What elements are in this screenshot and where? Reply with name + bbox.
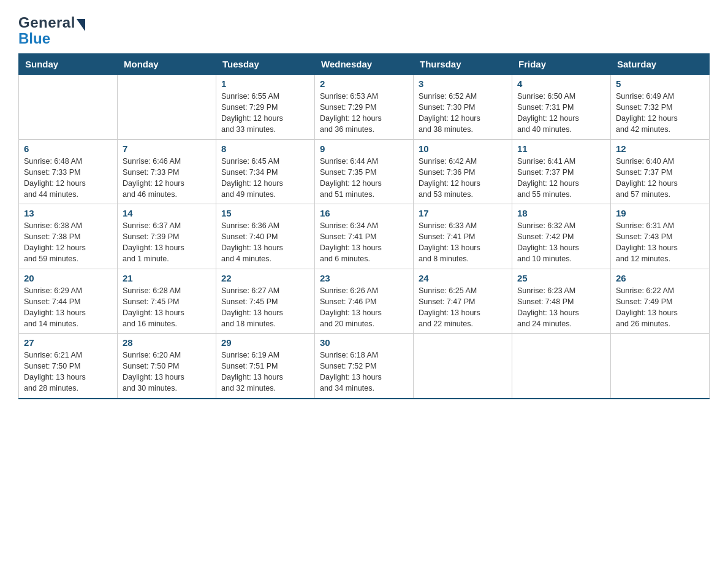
table-row: 19Sunrise: 6:31 AM Sunset: 7:43 PM Dayli… — [611, 204, 710, 269]
day-number: 25 — [517, 273, 605, 283]
day-info: Sunrise: 6:42 AM Sunset: 7:36 PM Dayligh… — [419, 156, 507, 201]
table-row: 9Sunrise: 6:44 AM Sunset: 7:35 PM Daylig… — [315, 139, 414, 204]
logo-blue-word: Blue — [18, 30, 50, 47]
day-info: Sunrise: 6:53 AM Sunset: 7:29 PM Dayligh… — [320, 91, 408, 136]
day-number: 5 — [616, 79, 704, 89]
day-number: 4 — [517, 79, 605, 89]
weekday-header-saturday: Saturday — [611, 54, 710, 75]
day-number: 30 — [320, 337, 408, 348]
table-row: 17Sunrise: 6:33 AM Sunset: 7:41 PM Dayli… — [414, 204, 512, 269]
table-row: 12Sunrise: 6:40 AM Sunset: 7:37 PM Dayli… — [611, 139, 710, 204]
logo-combined: General — [18, 15, 85, 30]
day-info: Sunrise: 6:41 AM Sunset: 7:37 PM Dayligh… — [517, 156, 605, 201]
day-number: 12 — [616, 144, 704, 154]
logo-triangle-icon — [77, 19, 85, 31]
week-row-2: 6Sunrise: 6:48 AM Sunset: 7:33 PM Daylig… — [19, 139, 710, 204]
day-number: 16 — [320, 208, 408, 218]
logo-blue-line: Blue — [18, 30, 50, 47]
day-number: 3 — [419, 79, 507, 89]
table-row — [611, 334, 710, 399]
table-row: 4Sunrise: 6:50 AM Sunset: 7:31 PM Daylig… — [512, 75, 611, 140]
table-row: 1Sunrise: 6:55 AM Sunset: 7:29 PM Daylig… — [216, 75, 315, 140]
weekday-header-tuesday: Tuesday — [216, 54, 315, 75]
logo: General Blue — [18, 12, 85, 47]
table-row: 23Sunrise: 6:26 AM Sunset: 7:46 PM Dayli… — [315, 269, 414, 334]
day-info: Sunrise: 6:48 AM Sunset: 7:33 PM Dayligh… — [24, 156, 112, 201]
day-number: 17 — [419, 208, 507, 218]
table-row: 26Sunrise: 6:22 AM Sunset: 7:49 PM Dayli… — [611, 269, 710, 334]
calendar-header: SundayMondayTuesdayWednesdayThursdayFrid… — [19, 54, 710, 75]
day-info: Sunrise: 6:55 AM Sunset: 7:29 PM Dayligh… — [221, 91, 309, 136]
day-info: Sunrise: 6:27 AM Sunset: 7:45 PM Dayligh… — [221, 285, 309, 330]
table-row: 5Sunrise: 6:49 AM Sunset: 7:32 PM Daylig… — [611, 75, 710, 140]
week-row-3: 13Sunrise: 6:38 AM Sunset: 7:38 PM Dayli… — [19, 204, 710, 269]
weekday-header-thursday: Thursday — [414, 54, 512, 75]
day-info: Sunrise: 6:28 AM Sunset: 7:45 PM Dayligh… — [123, 285, 211, 330]
table-row: 30Sunrise: 6:18 AM Sunset: 7:52 PM Dayli… — [315, 334, 414, 399]
table-row: 8Sunrise: 6:45 AM Sunset: 7:34 PM Daylig… — [216, 139, 315, 204]
day-info: Sunrise: 6:31 AM Sunset: 7:43 PM Dayligh… — [616, 220, 704, 265]
table-row: 27Sunrise: 6:21 AM Sunset: 7:50 PM Dayli… — [19, 334, 118, 399]
weekday-header-row: SundayMondayTuesdayWednesdayThursdayFrid… — [19, 54, 710, 75]
day-number: 19 — [616, 208, 704, 218]
calendar-table: SundayMondayTuesdayWednesdayThursdayFrid… — [18, 53, 710, 399]
day-number: 24 — [419, 273, 507, 283]
day-number: 13 — [24, 208, 112, 218]
day-number: 29 — [221, 337, 309, 348]
day-number: 14 — [123, 208, 211, 218]
day-number: 11 — [517, 144, 605, 154]
day-number: 7 — [123, 144, 211, 154]
week-row-4: 20Sunrise: 6:29 AM Sunset: 7:44 PM Dayli… — [19, 269, 710, 334]
day-number: 8 — [221, 144, 309, 154]
day-number: 21 — [123, 273, 211, 283]
day-number: 10 — [419, 144, 507, 154]
day-info: Sunrise: 6:46 AM Sunset: 7:33 PM Dayligh… — [123, 156, 211, 201]
table-row: 14Sunrise: 6:37 AM Sunset: 7:39 PM Dayli… — [118, 204, 216, 269]
day-info: Sunrise: 6:25 AM Sunset: 7:47 PM Dayligh… — [419, 285, 507, 330]
table-row: 13Sunrise: 6:38 AM Sunset: 7:38 PM Dayli… — [19, 204, 118, 269]
day-number: 1 — [221, 79, 309, 89]
table-row: 7Sunrise: 6:46 AM Sunset: 7:33 PM Daylig… — [118, 139, 216, 204]
day-number: 27 — [24, 337, 112, 348]
week-row-5: 27Sunrise: 6:21 AM Sunset: 7:50 PM Dayli… — [19, 334, 710, 399]
logo-general-word: General — [18, 15, 75, 30]
day-number: 23 — [320, 273, 408, 283]
day-info: Sunrise: 6:29 AM Sunset: 7:44 PM Dayligh… — [24, 285, 112, 330]
day-info: Sunrise: 6:23 AM Sunset: 7:48 PM Dayligh… — [517, 285, 605, 330]
table-row: 2Sunrise: 6:53 AM Sunset: 7:29 PM Daylig… — [315, 75, 414, 140]
day-info: Sunrise: 6:22 AM Sunset: 7:49 PM Dayligh… — [616, 285, 704, 330]
table-row: 15Sunrise: 6:36 AM Sunset: 7:40 PM Dayli… — [216, 204, 315, 269]
day-number: 2 — [320, 79, 408, 89]
day-info: Sunrise: 6:20 AM Sunset: 7:50 PM Dayligh… — [123, 350, 211, 394]
weekday-header-monday: Monday — [118, 54, 216, 75]
day-info: Sunrise: 6:38 AM Sunset: 7:38 PM Dayligh… — [24, 220, 112, 265]
table-row: 3Sunrise: 6:52 AM Sunset: 7:30 PM Daylig… — [414, 75, 512, 140]
table-row: 21Sunrise: 6:28 AM Sunset: 7:45 PM Dayli… — [118, 269, 216, 334]
day-info: Sunrise: 6:18 AM Sunset: 7:52 PM Dayligh… — [320, 350, 408, 394]
day-info: Sunrise: 6:34 AM Sunset: 7:41 PM Dayligh… — [320, 220, 408, 265]
day-number: 26 — [616, 273, 704, 283]
day-info: Sunrise: 6:49 AM Sunset: 7:32 PM Dayligh… — [616, 91, 704, 136]
day-info: Sunrise: 6:21 AM Sunset: 7:50 PM Dayligh… — [24, 350, 112, 394]
table-row: 28Sunrise: 6:20 AM Sunset: 7:50 PM Dayli… — [118, 334, 216, 399]
table-row: 10Sunrise: 6:42 AM Sunset: 7:36 PM Dayli… — [414, 139, 512, 204]
day-number: 6 — [24, 144, 112, 154]
table-row — [512, 334, 611, 399]
day-info: Sunrise: 6:40 AM Sunset: 7:37 PM Dayligh… — [616, 156, 704, 201]
table-row: 11Sunrise: 6:41 AM Sunset: 7:37 PM Dayli… — [512, 139, 611, 204]
day-number: 18 — [517, 208, 605, 218]
weekday-header-wednesday: Wednesday — [315, 54, 414, 75]
table-row — [118, 75, 216, 140]
day-info: Sunrise: 6:26 AM Sunset: 7:46 PM Dayligh… — [320, 285, 408, 330]
day-number: 15 — [221, 208, 309, 218]
table-row: 22Sunrise: 6:27 AM Sunset: 7:45 PM Dayli… — [216, 269, 315, 334]
page-header: General Blue — [18, 12, 710, 47]
day-info: Sunrise: 6:52 AM Sunset: 7:30 PM Dayligh… — [419, 91, 507, 136]
day-info: Sunrise: 6:44 AM Sunset: 7:35 PM Dayligh… — [320, 156, 408, 201]
weekday-header-friday: Friday — [512, 54, 611, 75]
day-info: Sunrise: 6:37 AM Sunset: 7:39 PM Dayligh… — [123, 220, 211, 265]
table-row: 18Sunrise: 6:32 AM Sunset: 7:42 PM Dayli… — [512, 204, 611, 269]
day-info: Sunrise: 6:50 AM Sunset: 7:31 PM Dayligh… — [517, 91, 605, 136]
day-info: Sunrise: 6:33 AM Sunset: 7:41 PM Dayligh… — [419, 220, 507, 265]
day-info: Sunrise: 6:36 AM Sunset: 7:40 PM Dayligh… — [221, 220, 309, 265]
